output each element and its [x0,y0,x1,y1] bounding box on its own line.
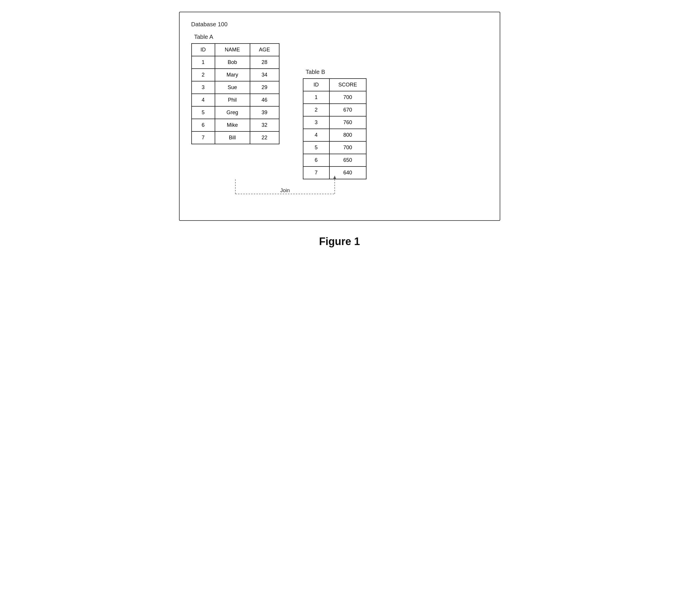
table-row: 4 Phil 46 [192,94,279,106]
cell-id: 7 [303,166,329,179]
cell-id: 6 [192,119,215,131]
figure-label: Figure 1 [319,235,360,248]
table-a: ID NAME AGE 1 Bob 28 2 Mary 34 3 Sue 29 [191,43,280,144]
cell-age: 46 [250,94,279,106]
cell-id: 1 [303,91,329,104]
table-row: 4 800 [303,129,366,141]
tables-area: Table A ID NAME AGE 1 Bob 28 2 [191,34,488,179]
cell-age: 32 [250,119,279,131]
col-id-a: ID [192,43,215,56]
cell-score: 650 [329,154,366,166]
table-b: ID SCORE 1 700 2 670 3 760 4 800 5 700 [303,78,366,179]
join-svg: Join [191,179,488,203]
table-b-label: Table B [306,69,366,75]
cell-id: 3 [192,81,215,94]
table-row: 1 Bob 28 [192,56,279,69]
table-row: 2 670 [303,104,366,116]
cell-score: 760 [329,116,366,129]
cell-age: 29 [250,81,279,94]
cell-id: 4 [192,94,215,106]
cell-name: Bob [215,56,250,69]
cell-name: Mary [215,69,250,81]
cell-id: 2 [192,69,215,81]
table-row: 3 Sue 29 [192,81,279,94]
cell-score: 700 [329,91,366,104]
table-row: 5 700 [303,141,366,154]
diagram-box: Database 100 Table A ID NAME AGE [179,12,500,221]
cell-id: 6 [303,154,329,166]
cell-name: Mike [215,119,250,131]
cell-name: Greg [215,106,250,119]
cell-id: 3 [303,116,329,129]
cell-score: 800 [329,129,366,141]
page-container: Database 100 Table A ID NAME AGE [179,12,500,248]
col-id-b: ID [303,78,329,91]
cell-name: Sue [215,81,250,94]
table-row: 1 700 [303,91,366,104]
table-a-section: Table A ID NAME AGE 1 Bob 28 2 [191,34,280,144]
cell-id: 1 [192,56,215,69]
table-a-label: Table A [194,34,280,40]
cell-id: 2 [303,104,329,116]
cell-age: 28 [250,56,279,69]
table-row: 6 650 [303,154,366,166]
cell-name: Bill [215,131,250,144]
cell-score: 700 [329,141,366,154]
cell-name: Phil [215,94,250,106]
col-score: SCORE [329,78,366,91]
table-row: 3 760 [303,116,366,129]
col-age: AGE [250,43,279,56]
cell-id: 5 [192,106,215,119]
join-connector-area: Join [191,179,488,203]
col-name: NAME [215,43,250,56]
table-row: 5 Greg 39 [192,106,279,119]
cell-id: 5 [303,141,329,154]
cell-age: 34 [250,69,279,81]
cell-id: 7 [192,131,215,144]
table-row: 7 Bill 22 [192,131,279,144]
svg-text:Join: Join [280,188,290,193]
cell-age: 22 [250,131,279,144]
table-b-section: Table B ID SCORE 1 700 2 670 3 [303,69,366,179]
cell-age: 39 [250,106,279,119]
db-label: Database 100 [191,21,488,28]
cell-score: 670 [329,104,366,116]
cell-id: 4 [303,129,329,141]
table-row: 6 Mike 32 [192,119,279,131]
table-row: 2 Mary 34 [192,69,279,81]
